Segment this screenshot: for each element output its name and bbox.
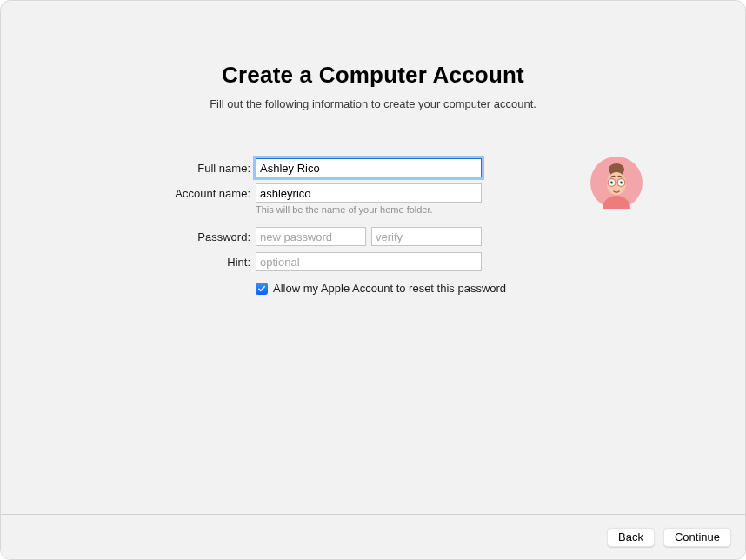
avatar-icon	[590, 157, 643, 209]
password-row: Password:	[95, 227, 651, 246]
back-button[interactable]: Back	[607, 528, 655, 547]
account-name-hint: This will be the name of your home folde…	[256, 204, 482, 215]
hint-label: Hint:	[95, 256, 256, 269]
account-avatar[interactable]	[590, 157, 643, 209]
hint-input[interactable]	[256, 252, 482, 271]
check-icon	[257, 284, 266, 293]
full-name-input[interactable]	[256, 158, 482, 177]
password-verify-input[interactable]	[371, 227, 482, 246]
footer-bar: Back Continue	[1, 514, 745, 559]
account-name-label: Account name:	[95, 187, 256, 200]
hint-row: Hint:	[95, 252, 651, 271]
continue-button[interactable]: Continue	[663, 528, 731, 547]
account-name-row: Account name:	[95, 183, 651, 203]
form-area: Full name: Account name: This will be th…	[95, 158, 651, 295]
password-label: Password:	[95, 230, 256, 243]
content-area: Create a Computer Account Fill out the f…	[1, 1, 745, 295]
setup-window: Create a Computer Account Fill out the f…	[0, 0, 746, 560]
svg-point-10	[621, 182, 622, 183]
password-new-input[interactable]	[256, 227, 366, 246]
page-subtitle: Fill out the following information to cr…	[1, 97, 745, 110]
allow-reset-label: Allow my Apple Account to reset this pas…	[273, 282, 506, 295]
account-name-input[interactable]	[256, 183, 482, 203]
full-name-row: Full name:	[95, 158, 651, 177]
page-title: Create a Computer Account	[1, 62, 745, 89]
svg-point-9	[611, 182, 612, 183]
allow-reset-checkbox[interactable]	[256, 283, 268, 295]
allow-reset-row: Allow my Apple Account to reset this pas…	[256, 282, 651, 295]
full-name-label: Full name:	[95, 162, 256, 175]
